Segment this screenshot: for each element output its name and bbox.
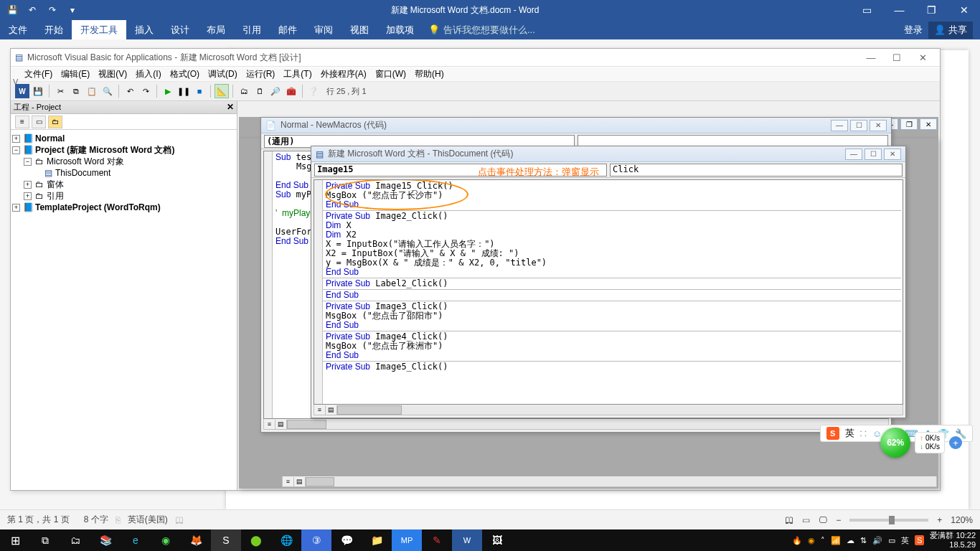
tree-node-forms[interactable]: +🗀窗体 bbox=[12, 179, 235, 190]
vba-title-bar[interactable]: ▤ Microsoft Visual Basic for Application… bbox=[11, 49, 940, 67]
help-icon[interactable]: ❔ bbox=[306, 84, 321, 98]
redo-icon[interactable]: ↷ bbox=[46, 4, 59, 17]
tray-icon-1[interactable]: 🔥 bbox=[792, 536, 802, 545]
tab-home[interactable]: 开始 bbox=[36, 20, 72, 40]
menu-edit[interactable]: 编辑(E) bbox=[57, 67, 93, 82]
taskbar-app-ie[interactable]: e bbox=[121, 529, 151, 551]
save-icon[interactable]: 💾 bbox=[31, 84, 45, 98]
autosave-icon[interactable]: 💾 bbox=[6, 4, 19, 17]
tab-mailings[interactable]: 邮件 bbox=[270, 20, 306, 40]
project-panel-close-icon[interactable]: ✕ bbox=[227, 102, 234, 112]
project-explorer-icon[interactable]: 🗂 bbox=[237, 84, 251, 98]
printlayout-icon[interactable]: ▭ bbox=[802, 515, 810, 525]
vba-maximize-icon[interactable]: ☐ bbox=[884, 49, 910, 67]
break-icon[interactable]: ❚❚ bbox=[176, 84, 191, 98]
toolbox-icon[interactable]: 🧰 bbox=[284, 84, 298, 98]
restore-icon[interactable]: ❐ bbox=[915, 0, 948, 20]
start-button[interactable]: ⊞ bbox=[0, 529, 30, 551]
thisdoc-proc-view-icon[interactable]: ≡ bbox=[314, 405, 326, 415]
ribbon-display-icon[interactable]: ▭ bbox=[851, 0, 883, 20]
menu-file[interactable]: 文件(F) bbox=[21, 67, 56, 82]
tab-view[interactable]: 视图 bbox=[341, 20, 377, 40]
login-link[interactable]: 登录 bbox=[904, 24, 923, 37]
menu-addins[interactable]: 外接程序(A) bbox=[317, 67, 370, 82]
taskbar-app-photos[interactable]: 🖼 bbox=[482, 529, 512, 551]
sogou-punct-icon[interactable]: ⸬ bbox=[860, 428, 867, 439]
newmacros-full-view-icon[interactable]: ▤ bbox=[275, 420, 287, 429]
taskbar-app-red[interactable]: ✎ bbox=[422, 529, 452, 551]
thisdoc-full-view-icon[interactable]: ▤ bbox=[326, 405, 337, 415]
tab-insert[interactable]: 插入 bbox=[126, 20, 162, 40]
network-monitor-widget[interactable]: 62% ↑ 0K/s ↓ 0K/s + bbox=[880, 428, 962, 458]
object-browser-icon[interactable]: 🔎 bbox=[268, 84, 283, 98]
bgwin-close-icon[interactable]: ✕ bbox=[920, 118, 937, 130]
tab-design[interactable]: 设计 bbox=[162, 20, 198, 40]
taskbar-app-fileexplorer[interactable]: 🗂 bbox=[60, 529, 90, 551]
thisdoc-code-body[interactable]: Private Sub Image15_Click() MsgBox ("您点击… bbox=[314, 179, 903, 405]
thisdoc-hscrollbar[interactable] bbox=[337, 405, 903, 415]
taskbar-app-unknown2[interactable]: ③ bbox=[301, 529, 331, 551]
bgwin-restore-icon[interactable]: ❐ bbox=[900, 118, 918, 130]
tray-action-center-icon[interactable]: ▭ bbox=[888, 536, 895, 545]
zoom-out-icon[interactable]: − bbox=[836, 515, 841, 525]
newmacros-minimize-icon[interactable]: ― bbox=[831, 120, 848, 131]
taskbar-app-winrar[interactable]: 📚 bbox=[90, 529, 121, 551]
netmon-expand-icon[interactable]: + bbox=[949, 436, 962, 449]
tree-node-template[interactable]: +📘TemplateProject (WordToRqm) bbox=[12, 202, 235, 213]
tree-node-word-objects[interactable]: −🗀Microsoft Word 对象 bbox=[12, 156, 235, 167]
thisdoc-title-bar[interactable]: ▤ 新建 Microsoft Word 文档 - ThisDocument (代… bbox=[311, 146, 905, 162]
tab-references[interactable]: 引用 bbox=[234, 20, 270, 40]
zoom-slider[interactable] bbox=[849, 519, 928, 522]
properties-icon[interactable]: 🗒 bbox=[253, 84, 267, 98]
readmode-icon[interactable]: 🕮 bbox=[785, 515, 793, 525]
task-view-icon[interactable]: ⧉ bbox=[30, 529, 60, 551]
newmacros-hscrollbar[interactable] bbox=[287, 420, 888, 429]
menu-format[interactable]: 格式(O) bbox=[166, 67, 203, 82]
newmacros-title-bar[interactable]: 📄 Normal - NewMacros (代码) ― ☐ ✕ bbox=[261, 118, 891, 133]
thisdoc-procedure-selector[interactable]: Click bbox=[610, 164, 903, 176]
thisdoc-maximize-icon[interactable]: ☐ bbox=[864, 149, 882, 160]
undo-icon[interactable]: ↶ bbox=[26, 4, 39, 17]
tray-ime-label[interactable]: 英 bbox=[901, 535, 909, 546]
share-button[interactable]: 👤共享 bbox=[928, 22, 973, 39]
thisdoc-minimize-icon[interactable]: ― bbox=[845, 149, 862, 160]
status-language[interactable]: 英语(美国) bbox=[128, 514, 168, 526]
taskbar-app-mp[interactable]: MP bbox=[392, 529, 422, 551]
qat-dropdown-icon[interactable]: ▾ bbox=[66, 4, 79, 17]
close-icon[interactable]: ✕ bbox=[948, 0, 980, 20]
taskbar-app-360[interactable]: ◉ bbox=[151, 529, 181, 551]
newmacros-proc-view-icon[interactable]: ≡ bbox=[264, 420, 275, 429]
tray-volume-icon[interactable]: 🔊 bbox=[872, 536, 882, 545]
tab-file[interactable]: 文件 bbox=[0, 20, 36, 40]
taskbar-app-wechat[interactable]: 💬 bbox=[331, 529, 362, 551]
thisdoc-close-icon[interactable]: ✕ bbox=[884, 149, 901, 160]
menu-view[interactable]: 视图(V) bbox=[95, 67, 131, 82]
minimize-icon[interactable]: ― bbox=[883, 0, 915, 20]
tray-sogou-icon[interactable]: S bbox=[915, 535, 924, 545]
vba-minimize-icon[interactable]: ― bbox=[858, 49, 884, 67]
run-icon[interactable]: ▶ bbox=[161, 84, 175, 98]
copy-icon[interactable]: ⧉ bbox=[69, 84, 83, 98]
reset-icon[interactable]: ■ bbox=[192, 84, 207, 98]
design-mode-icon[interactable]: 📐 bbox=[215, 84, 229, 98]
bgwin-proc-view-icon[interactable]: ≡ bbox=[283, 477, 294, 486]
taskbar-clock[interactable]: 爱满群 10:22 18.5.29 bbox=[930, 531, 976, 550]
word-app-icon[interactable]: W bbox=[15, 84, 29, 98]
find-icon[interactable]: 🔍 bbox=[100, 84, 115, 98]
toggle-folders-icon[interactable]: 🗀 bbox=[48, 116, 62, 128]
taskbar-app-sublime[interactable]: S bbox=[211, 529, 241, 551]
vba-close-icon[interactable]: ✕ bbox=[910, 49, 936, 67]
zoom-percent[interactable]: 120% bbox=[951, 515, 973, 525]
taskbar-app-unknown1[interactable]: ⬤ bbox=[241, 529, 271, 551]
taskbar-app-word[interactable]: W bbox=[452, 529, 482, 551]
tree-node-normal[interactable]: +📘Normal bbox=[12, 133, 235, 144]
tab-addins[interactable]: 加载项 bbox=[377, 20, 423, 40]
zoom-in-icon[interactable]: + bbox=[937, 515, 942, 525]
bgwin-hscrollbar[interactable] bbox=[306, 477, 936, 486]
tell-me-input[interactable]: 💡告诉我您想要做什么... bbox=[428, 24, 535, 37]
weblayout-icon[interactable]: 🖵 bbox=[819, 515, 827, 525]
menu-run[interactable]: 运行(R) bbox=[242, 67, 279, 82]
status-page[interactable]: 第 1 页，共 1 页 bbox=[7, 514, 70, 526]
redo-icon[interactable]: ↷ bbox=[138, 84, 153, 98]
tray-wifi-icon[interactable]: 📶 bbox=[831, 536, 841, 545]
